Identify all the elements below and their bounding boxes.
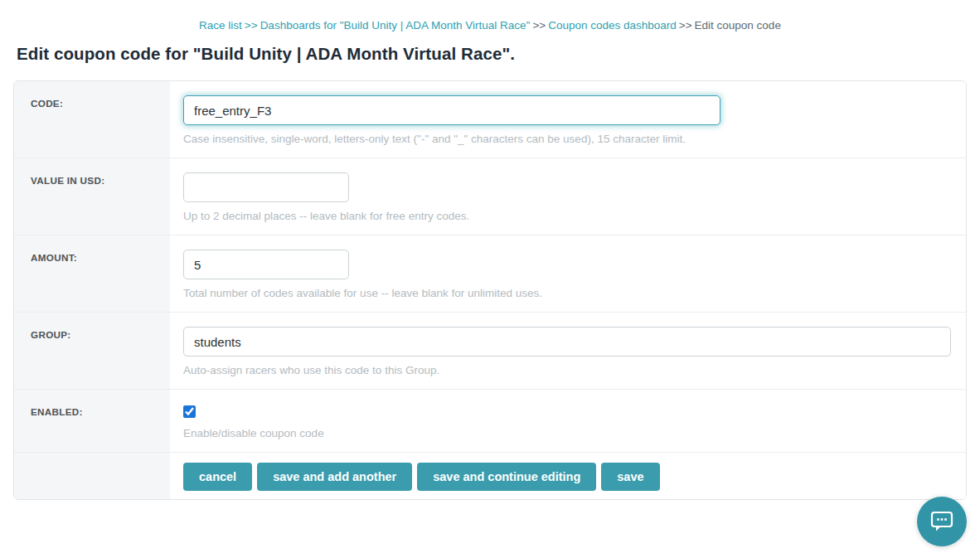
breadcrumb-link-coupon-codes-dashboard[interactable]: Coupon codes dashboard: [548, 19, 677, 32]
code-label: CODE:: [14, 81, 170, 158]
value-in-usd-input[interactable]: [183, 172, 349, 202]
value-in-usd-label: VALUE IN USD:: [14, 158, 170, 235]
breadcrumb-separator: >>: [242, 19, 260, 32]
breadcrumb-separator: >>: [530, 19, 548, 32]
form-row-code: CODE: Case insensitive, single-word, let…: [14, 81, 966, 158]
actions-label-spacer: [14, 453, 170, 499]
group-input[interactable]: [183, 327, 951, 357]
enabled-label: ENABLED:: [14, 390, 170, 452]
amount-help-text: Total number of codes available for use …: [183, 287, 951, 299]
form-row-enabled: ENABLED: Enable/disable coupon code: [14, 389, 966, 452]
amount-label: AMOUNT:: [14, 235, 170, 312]
breadcrumb-current-page: Edit coupon code: [695, 19, 781, 32]
page-title: Edit coupon code for "Build Unity | ADA …: [17, 44, 980, 64]
form-row-amount: AMOUNT: Total number of codes available …: [14, 235, 966, 312]
group-help-text: Auto-assign racers who use this code to …: [183, 364, 951, 376]
amount-input[interactable]: [183, 250, 349, 279]
coupon-code-form: CODE: Case insensitive, single-word, let…: [13, 80, 967, 500]
form-row-actions: cancel save and add another save and con…: [14, 452, 966, 499]
breadcrumb-link-dashboards[interactable]: Dashboards for "Build Unity | ADA Month …: [260, 19, 531, 32]
group-label: GROUP:: [14, 313, 170, 389]
enabled-help-text: Enable/disable coupon code: [183, 427, 951, 439]
code-help-text: Case insensitive, single-word, letters-o…: [183, 133, 951, 145]
form-row-value-in-usd: VALUE IN USD: Up to 2 decimal places -- …: [14, 158, 966, 235]
chat-fab-button[interactable]: [917, 497, 967, 546]
chat-bubble-icon: [930, 511, 953, 532]
save-and-continue-editing-button[interactable]: save and continue editing: [417, 463, 596, 491]
enabled-checkbox[interactable]: [183, 405, 196, 418]
save-button[interactable]: save: [601, 463, 659, 491]
form-row-group: GROUP: Auto-assign racers who use this c…: [14, 312, 966, 389]
value-in-usd-help-text: Up to 2 decimal places -- leave blank fo…: [183, 210, 951, 222]
cancel-button[interactable]: cancel: [183, 463, 252, 491]
breadcrumb: Race list>>Dashboards for "Build Unity |…: [0, 0, 980, 32]
code-input[interactable]: [183, 95, 720, 125]
breadcrumb-separator: >>: [677, 19, 695, 32]
breadcrumb-link-race-list[interactable]: Race list: [199, 19, 242, 32]
save-and-add-another-button[interactable]: save and add another: [257, 463, 412, 491]
